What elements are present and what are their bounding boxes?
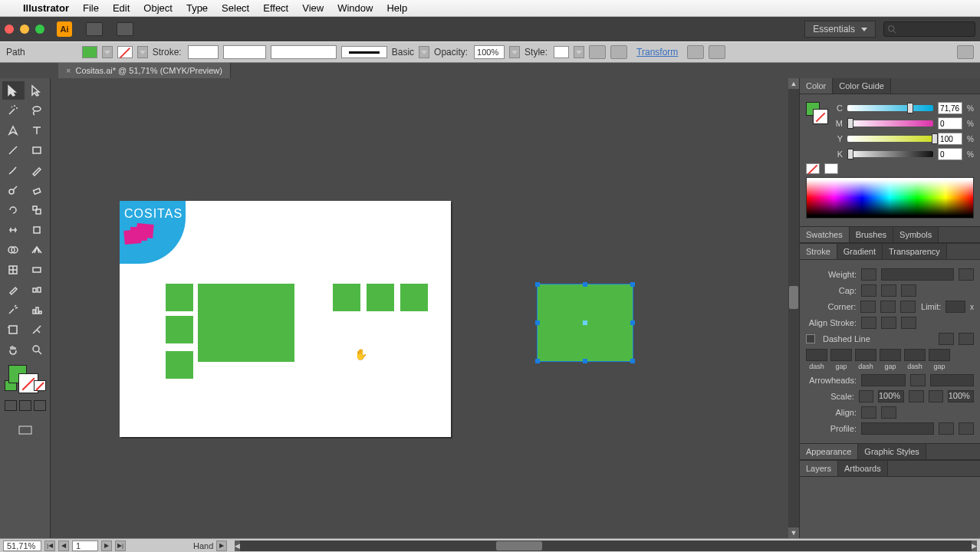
lasso-tool[interactable]: [26, 101, 48, 120]
vsp-input[interactable]: [223, 45, 266, 59]
tab-symbols[interactable]: Symbols: [893, 227, 939, 242]
weight-stepper[interactable]: [861, 268, 876, 281]
tab-stroke[interactable]: Stroke: [800, 244, 837, 259]
search-input[interactable]: [883, 21, 975, 37]
blob-brush-tool[interactable]: [2, 181, 25, 199]
edit-clip-btn[interactable]: [709, 45, 725, 59]
opacity-input[interactable]: 100%: [474, 45, 505, 59]
none-swatch-icon[interactable]: [806, 163, 820, 174]
c-slider[interactable]: [907, 103, 913, 113]
canvas[interactable]: COSITAS ✋ ▲ ▼: [51, 78, 799, 538]
window-zoom-icon[interactable]: [35, 25, 44, 34]
panel-fillstroke-icon[interactable]: [806, 102, 829, 125]
scroll-up-icon[interactable]: ▲: [788, 78, 799, 89]
scroll-thumb[interactable]: [789, 286, 798, 309]
vertical-scrollbar[interactable]: ▲ ▼: [788, 78, 799, 538]
width-tool[interactable]: [2, 221, 25, 239]
draw-normal-icon[interactable]: [5, 400, 17, 411]
brush-def-input[interactable]: [271, 45, 337, 59]
limit-input[interactable]: [945, 301, 965, 313]
menu-view[interactable]: View: [302, 2, 324, 14]
direct-selection-tool[interactable]: [26, 81, 48, 100]
mesh-tool[interactable]: [2, 261, 25, 279]
m-slider[interactable]: [847, 118, 853, 129]
scale-b-input[interactable]: 100%: [948, 390, 974, 402]
tab-color-guide[interactable]: Color Guide: [833, 78, 891, 94]
tab-graphic-styles[interactable]: Graphic Styles: [858, 444, 926, 459]
arrow-start[interactable]: [861, 374, 906, 386]
dash1-input[interactable]: [806, 349, 827, 361]
hand-tool[interactable]: [2, 340, 25, 359]
profile-flip-y[interactable]: [959, 422, 974, 435]
document-tab[interactable]: × Cositas.ai* @ 51,71% (CMYK/Preview): [58, 63, 231, 78]
cap-square[interactable]: [901, 284, 916, 297]
weight-input[interactable]: [881, 268, 954, 281]
brush-dropdown[interactable]: [419, 46, 429, 58]
workspace-switcher[interactable]: Essentials: [804, 21, 876, 38]
scale-tool[interactable]: [26, 201, 48, 219]
control-menu-icon[interactable]: [957, 45, 974, 59]
dash3-input[interactable]: [904, 349, 926, 361]
opacity-dropdown[interactable]: [509, 46, 520, 58]
rectangle-tool[interactable]: [26, 141, 48, 159]
zoom-tool[interactable]: [26, 340, 48, 359]
none-mode-icon[interactable]: [34, 380, 46, 391]
scale-stepper-a[interactable]: [859, 390, 873, 402]
scale-a-input[interactable]: 100%: [878, 390, 904, 402]
m-value-input[interactable]: 0: [938, 117, 962, 130]
arrow-swap-icon[interactable]: [910, 374, 926, 386]
shape-builder-tool[interactable]: [2, 241, 25, 259]
status-menu-icon[interactable]: ▶: [216, 540, 227, 551]
gap1-input[interactable]: [830, 349, 852, 361]
line-tool[interactable]: [2, 141, 25, 159]
style-dropdown[interactable]: [574, 46, 584, 58]
stroke-dropdown[interactable]: [137, 46, 148, 58]
hscroll-thumb[interactable]: [496, 541, 542, 550]
arrow-align-b[interactable]: [881, 406, 896, 419]
close-tab-icon[interactable]: ×: [66, 66, 71, 75]
stroke-swatch[interactable]: [117, 46, 133, 58]
arrow-align-a[interactable]: [861, 406, 876, 419]
last-artboard-icon[interactable]: ▶|: [115, 540, 126, 551]
align-panel-button[interactable]: [610, 45, 627, 59]
align-inside[interactable]: [881, 317, 896, 329]
align-center[interactable]: [861, 317, 876, 329]
align-outside[interactable]: [901, 317, 916, 329]
column-graph-tool[interactable]: [26, 301, 48, 319]
menu-object[interactable]: Object: [143, 2, 173, 14]
magic-wand-tool[interactable]: [2, 101, 25, 120]
app-name[interactable]: Illustrator: [23, 2, 69, 14]
rotate-tool[interactable]: [2, 201, 25, 219]
profile-dropdown[interactable]: [861, 422, 934, 435]
menu-help[interactable]: Help: [386, 2, 407, 14]
scroll-left-icon[interactable]: ◀: [235, 540, 240, 551]
cap-butt[interactable]: [861, 284, 876, 297]
prev-artboard-icon[interactable]: ◀: [58, 540, 69, 551]
doc-new-icon[interactable]: [86, 22, 103, 36]
menu-edit[interactable]: Edit: [113, 2, 130, 14]
style-swatch[interactable]: [554, 46, 569, 58]
scale-link-icon[interactable]: [909, 390, 923, 402]
screen-mode-button[interactable]: [2, 420, 48, 440]
zoom-input[interactable]: 51,71%: [3, 540, 41, 551]
corner-bevel[interactable]: [900, 301, 916, 313]
artboard-number-input[interactable]: 1: [72, 540, 98, 551]
menu-file[interactable]: File: [83, 2, 99, 14]
eraser-tool[interactable]: [26, 181, 48, 199]
color-spectrum[interactable]: [806, 177, 974, 219]
scale-stepper-b[interactable]: [929, 390, 943, 402]
free-transform-tool[interactable]: [26, 221, 48, 239]
menu-type[interactable]: Type: [186, 2, 208, 14]
symbol-sprayer-tool[interactable]: [2, 301, 25, 319]
slice-tool[interactable]: [26, 320, 48, 339]
horizontal-scrollbar[interactable]: ◀ ▶: [235, 540, 977, 551]
tab-swatches[interactable]: Swatches: [800, 227, 850, 242]
corner-round[interactable]: [880, 301, 896, 313]
c-value-input[interactable]: 71,76: [938, 102, 962, 114]
first-artboard-icon[interactable]: |◀: [44, 540, 55, 551]
type-tool[interactable]: [26, 121, 48, 140]
transform-link[interactable]: Transform: [636, 47, 678, 58]
menu-select[interactable]: Select: [222, 2, 249, 14]
y-slider[interactable]: [932, 133, 938, 144]
tab-gradient[interactable]: Gradient: [837, 244, 883, 259]
